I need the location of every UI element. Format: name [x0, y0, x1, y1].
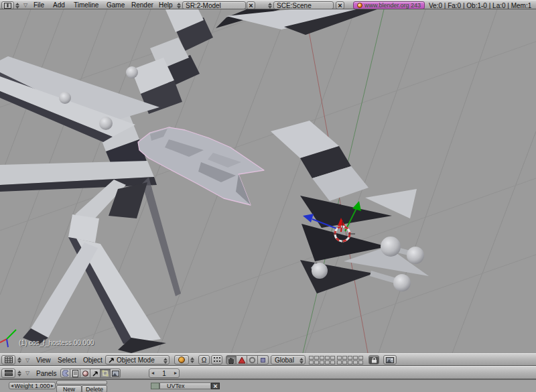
info-editor-type-button[interactable]	[1, 1, 14, 9]
translate-triangle-icon	[238, 356, 246, 364]
info-window-icon	[4, 3, 11, 9]
logic-icon	[62, 370, 69, 377]
script-context-button[interactable]	[70, 369, 80, 378]
weight-increment-icon[interactable]: ▸	[51, 383, 54, 389]
dropdown-arrows-icon	[299, 357, 304, 364]
render-preview-button[interactable]	[383, 355, 397, 365]
editing-mesh-icon	[102, 370, 109, 377]
layer-buttons-group-1[interactable]	[309, 356, 335, 365]
translate-manipulator-button[interactable]	[237, 355, 247, 365]
script-icon	[72, 370, 78, 377]
lock-icon	[371, 356, 377, 363]
dropdown-arrows-icon	[163, 357, 168, 364]
pivot-selector[interactable]: Ω	[198, 355, 210, 365]
buttons-header: ▽ Panels	[0, 366, 536, 379]
buttons-editor-type-button[interactable]	[1, 369, 15, 378]
collapse-menu-icon[interactable]: ▽	[25, 357, 29, 363]
menu-object[interactable]: Object	[83, 356, 103, 364]
version-button[interactable]: www.blender.org 243	[353, 1, 425, 9]
center-dots-icon	[214, 357, 220, 363]
menu-view[interactable]: View	[36, 356, 51, 364]
frame-decrement-icon[interactable]: ◂	[151, 371, 154, 376]
viewport-canvas: (1) cos_f_hostess.00.000 (1) cos_f_hoste…	[0, 9, 536, 353]
scale-square-icon	[260, 357, 266, 363]
scene-context-button[interactable]	[111, 369, 121, 378]
textured-draw-icon	[178, 356, 185, 363]
weight-field[interactable]: ◂ Weight 1.000 ▸	[9, 382, 56, 389]
vgroup-new-button[interactable]: New	[56, 385, 82, 392]
vertex-group-list[interactable]	[56, 381, 107, 385]
menu-add[interactable]: Add	[53, 1, 65, 9]
uvtex-delete-button[interactable]: ×	[211, 383, 220, 389]
collapse-menu-icon[interactable]: ▽	[25, 370, 29, 376]
blender-window: ▽ File Add Timeline Game Render Help SR:…	[0, 0, 536, 392]
move-centers-button[interactable]	[211, 355, 222, 365]
blender-logo-icon	[357, 3, 362, 8]
object-context-button[interactable]	[90, 369, 100, 378]
object-mode-icon	[108, 356, 115, 363]
menu-game[interactable]: Game	[107, 1, 125, 9]
scene-browse-icon[interactable]	[267, 2, 273, 9]
vgroup-delete-button[interactable]: Delete	[82, 385, 107, 392]
shading-context-button[interactable]	[80, 369, 90, 378]
frame-increment-icon[interactable]: ▸	[174, 371, 177, 376]
render-image-icon	[386, 357, 394, 363]
manipulator-toggle-button[interactable]	[226, 355, 237, 365]
scene-selector-field[interactable]: SCE:Scene	[273, 1, 334, 9]
draw-type-selector[interactable]	[174, 355, 189, 365]
object-arrow-icon	[92, 370, 98, 377]
frame-number-field[interactable]: ◂ 1 ▸	[149, 369, 180, 378]
editor-spinner-icon[interactable]	[17, 370, 21, 377]
uvtex-active-swatch[interactable]	[151, 383, 159, 389]
screen-browse-icon[interactable]	[176, 2, 182, 9]
screen-close-button[interactable]: ×	[247, 1, 255, 9]
scene-close-button[interactable]: ×	[336, 1, 344, 9]
menu-select[interactable]: Select	[58, 356, 76, 364]
shading-sphere-icon	[82, 371, 88, 377]
editing-panels-area: ◂ Weight 1.000 ▸ New Delete UVTex ×	[0, 379, 536, 392]
buttons-window-icon	[5, 370, 13, 377]
menu-help[interactable]: Help	[159, 1, 173, 9]
logic-context-button[interactable]	[60, 369, 70, 378]
top-header: ▽ File Add Timeline Game Render Help SR:…	[0, 0, 536, 9]
menu-timeline[interactable]: Timeline	[74, 1, 98, 9]
lock-layers-button[interactable]	[368, 355, 379, 365]
scene-stats: Ve:0 | Fa:0 | Ob:1-0 | La:0 | Mem:1	[429, 2, 531, 9]
grid-3dview-icon	[5, 356, 13, 363]
layer-buttons-group-2[interactable]	[337, 356, 363, 365]
menu-panels[interactable]: Panels	[36, 370, 57, 377]
orientation-selector[interactable]: Global	[271, 355, 306, 365]
editor-spinner-icon[interactable]	[15, 2, 19, 9]
view3d-editor-type-button[interactable]	[1, 355, 15, 365]
version-label: www.blender.org 243	[364, 2, 421, 9]
menu-file[interactable]: File	[34, 1, 44, 9]
scale-manipulator-button[interactable]	[258, 355, 269, 365]
editing-context-button[interactable]	[100, 369, 111, 378]
object-info-text: (1) cos_f_hostess.00.000	[19, 339, 94, 346]
mode-selector[interactable]: Object Mode	[105, 355, 170, 365]
scene-image-icon	[112, 371, 119, 377]
draw-type-spinner-icon[interactable]	[190, 356, 194, 363]
editor-spinner-icon[interactable]	[17, 356, 21, 363]
screen-selector-field[interactable]: SR:2-Model	[182, 1, 246, 9]
collapse-menu-icon[interactable]: ▽	[23, 2, 27, 8]
view3d-header: ▽ View Select Object Object Mode Ω	[0, 353, 536, 366]
rotate-manipulator-button[interactable]	[247, 355, 258, 365]
hand-icon	[228, 356, 234, 364]
rotate-circle-icon	[249, 356, 256, 364]
menu-render[interactable]: Render	[131, 1, 153, 9]
weight-decrement-icon[interactable]: ◂	[11, 383, 13, 389]
uvtex-name-field[interactable]: UVTex	[159, 383, 211, 389]
viewport-3d[interactable]: (1) cos_f_hostess.00.000 (1) cos_f_hoste…	[0, 9, 536, 353]
